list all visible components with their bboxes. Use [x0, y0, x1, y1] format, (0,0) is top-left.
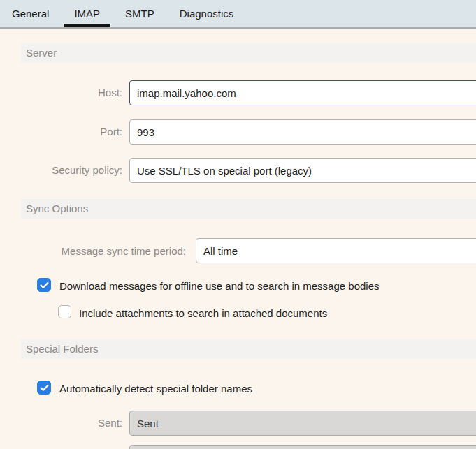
port-label: Port:	[0, 125, 122, 139]
sent-folder-label: Sent:	[0, 416, 122, 430]
next-folder-field-partial	[129, 445, 476, 449]
host-input[interactable]	[129, 80, 476, 105]
include-attachments-checkbox[interactable]	[58, 305, 71, 318]
download-messages-checkbox[interactable]	[37, 278, 51, 292]
server-section-header: Server	[21, 43, 476, 63]
tab-diagnostics[interactable]: Diagnostics	[180, 0, 234, 27]
sync-options-section-header: Sync Options	[21, 199, 476, 219]
tab-general[interactable]: General	[12, 0, 49, 27]
include-attachments-label[interactable]: Include attachments to search in attache…	[79, 306, 327, 321]
tab-smtp[interactable]: SMTP	[125, 0, 154, 27]
autodetect-folders-label[interactable]: Automatically detect special folder name…	[59, 381, 252, 396]
message-sync-period-label: Message sync time period:	[0, 244, 186, 258]
tab-imap[interactable]: IMAP	[74, 0, 100, 27]
security-policy-input[interactable]	[129, 158, 476, 183]
settings-tab-bar: General IMAP SMTP Diagnostics	[0, 0, 476, 29]
special-folders-section-header: Special Folders	[21, 339, 476, 359]
check-icon	[40, 384, 49, 392]
message-sync-period-input[interactable]	[196, 238, 476, 263]
port-input[interactable]	[129, 119, 476, 145]
sent-folder-field	[129, 411, 476, 436]
imap-settings-page: General IMAP SMTP Diagnostics Server Hos…	[0, 0, 476, 449]
download-messages-label[interactable]: Download messages for offline use and to…	[59, 279, 380, 293]
autodetect-folders-checkbox[interactable]	[37, 381, 51, 395]
host-label: Host:	[0, 86, 122, 100]
check-icon	[40, 281, 49, 289]
security-policy-label: Security policy:	[0, 163, 122, 177]
